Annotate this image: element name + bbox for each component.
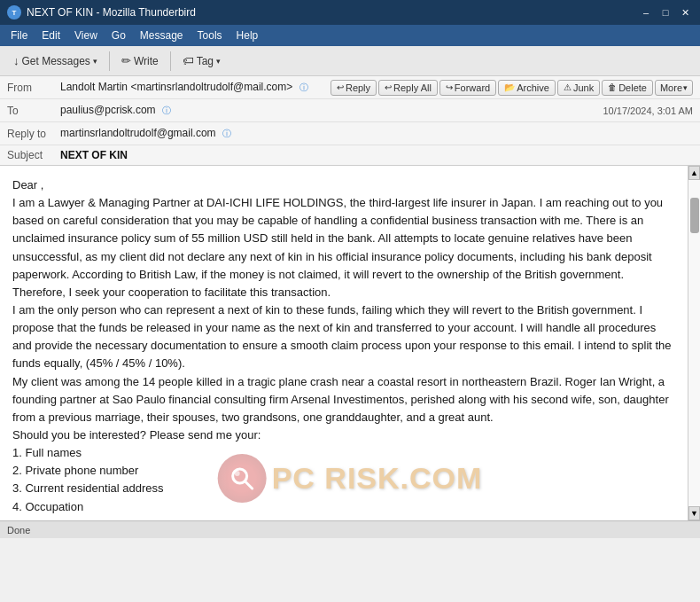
delete-icon: 🗑 [608,82,617,92]
status-bar: Done [0,520,700,538]
email-header: From Landolt Martin <martinsrlandoltrudo… [0,76,700,166]
scrollbar-track[interactable] [688,180,700,506]
junk-button[interactable]: ⚠ Junk [557,80,600,96]
reply-icon: ↩ [337,82,344,92]
to-value: paulius@pcrisk.com ⓘ [60,104,603,117]
scrollbar-up-button[interactable]: ▲ [688,166,700,180]
list-item-4: 4. Occupation [12,498,675,516]
close-button[interactable]: ✕ [677,4,693,20]
main-content: Dear , I am a Lawyer & Managing Partner … [0,166,700,520]
get-messages-button[interactable]: ↓ Get Messages ▾ [5,51,105,71]
delete-button[interactable]: 🗑 Delete [602,80,653,96]
archive-button[interactable]: 📂 Archive [498,80,556,96]
scrollbar: ▲ ▼ [688,166,700,520]
reply-all-icon: ↩ [385,82,392,92]
tag-icon: 🏷 [183,54,194,67]
reply-to-verify-icon[interactable]: ⓘ [222,129,231,138]
toolbar-separator-1 [109,51,110,71]
paragraph-4: Should you be interested? Please send me… [12,426,675,444]
from-label: From [7,82,60,94]
subject-label: Subject [7,149,60,161]
get-messages-dropdown-icon[interactable]: ▾ [93,57,97,66]
from-verify-icon[interactable]: ⓘ [299,82,308,92]
subject-value: NEXT OF KIN [60,149,128,161]
list-item-2: 2. Private phone number [12,462,675,480]
email-body[interactable]: Dear , I am a Lawyer & Managing Partner … [0,166,688,520]
app-icon: T [7,5,21,20]
paragraph-3: My client was among the 14 people killed… [12,373,675,426]
paragraph-2: I am the only person who can represent a… [12,301,675,373]
from-row: From Landolt Martin <martinsrlandoltrudo… [0,76,700,99]
minimize-button[interactable]: – [638,4,654,20]
reply-to-label: Reply to [7,128,60,140]
archive-icon: 📂 [504,82,515,92]
paragraph-1: I am a Lawyer & Managing Partner at DAI-… [12,194,675,301]
scrollbar-down-button[interactable]: ▼ [688,506,700,520]
more-dropdown-icon: ▾ [683,83,688,92]
toolbar-separator-2 [170,51,171,71]
tag-dropdown-icon[interactable]: ▾ [216,57,221,66]
menu-tools[interactable]: Tools [191,27,229,43]
status-text: Done [7,525,30,536]
list-item-3: 3. Current residential address [12,480,675,497]
forward-button[interactable]: ↪ Forward [439,80,496,96]
to-label: To [7,105,60,117]
email-action-buttons: ↩ Reply ↩ Reply All ↪ Forward 📂 Archive … [331,80,693,96]
junk-icon: ⚠ [564,82,572,92]
scrollbar-thumb[interactable] [690,198,699,233]
menu-go[interactable]: Go [105,27,133,43]
menu-message[interactable]: Message [133,27,191,43]
from-value: Landolt Martin <martinsrlandoltrudolf@ma… [60,81,331,94]
write-button[interactable]: ✏ Write [113,51,167,71]
toolbar: ↓ Get Messages ▾ ✏ Write 🏷 Tag ▾ [0,46,700,76]
reply-all-button[interactable]: ↩ Reply All [378,80,438,96]
menu-edit[interactable]: Edit [35,27,67,43]
reply-to-value: martinsrlandoltrudolf@gmail.com ⓘ [60,127,693,140]
get-messages-icon: ↓ [13,54,19,67]
subject-row: Subject NEXT OF KIN [0,145,700,165]
reply-to-row: Reply to martinsrlandoltrudolf@gmail.com… [0,122,700,145]
tag-label: Tag [197,55,214,67]
menu-file[interactable]: File [4,27,35,43]
to-row: To paulius@pcrisk.com ⓘ 10/17/2024, 3:01… [0,99,700,122]
title-bar: T NEXT OF KIN - Mozilla Thunderbird – □ … [0,0,700,25]
write-label: Write [134,55,159,67]
menu-help[interactable]: Help [229,27,266,43]
menu-bar: File Edit View Go Message Tools Help [0,25,700,46]
email-date: 10/17/2024, 3:01 AM [603,106,693,116]
tag-button[interactable]: 🏷 Tag ▾ [175,51,229,71]
window-title: NEXT OF KIN - Mozilla Thunderbird [27,6,638,19]
get-messages-label: Get Messages [22,55,90,67]
more-button[interactable]: More ▾ [655,80,693,96]
menu-view[interactable]: View [67,27,105,43]
reply-button[interactable]: ↩ Reply [331,80,377,96]
to-verify-icon[interactable]: ⓘ [162,106,171,115]
write-icon: ✏ [121,54,131,67]
greeting: Dear , [12,176,675,194]
scroll-area: Dear , I am a Lawyer & Managing Partner … [0,166,700,520]
svg-text:T: T [12,9,17,17]
maximize-button[interactable]: □ [657,4,673,20]
window-controls: – □ ✕ [638,4,693,20]
forward-icon: ↪ [446,82,453,92]
list-item-1: 1. Full names [12,444,675,462]
